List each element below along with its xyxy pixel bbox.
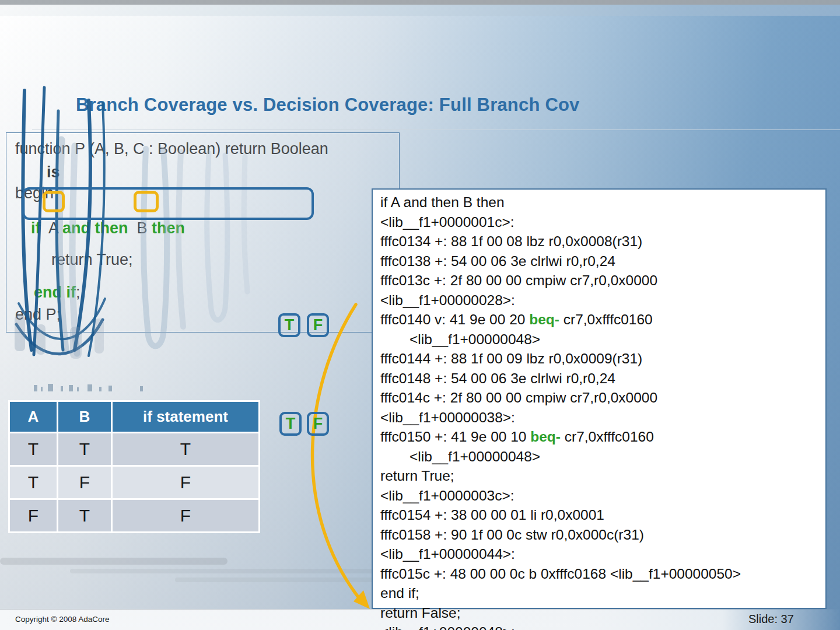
badge-true: T (279, 412, 302, 436)
code-text: function P (A, B, C : Boolean) return Bo… (15, 140, 328, 158)
assembly-line: <lib__f1+00000028>: (380, 290, 824, 310)
table-cell: T (10, 467, 57, 498)
slide-title: Branch Coverage vs. Decision Coverage: F… (76, 94, 718, 116)
table-cell: T (58, 433, 111, 465)
code-text: <lib__f1+00000038>: (380, 410, 515, 425)
source-code-line: function P (A, B, C : Boolean) return Bo… (15, 140, 328, 158)
assembly-line: fffc0144 +: 88 1f 00 09 lbz r0,0x0009(r3… (380, 349, 824, 369)
keyword-text: if (31, 219, 41, 237)
assembly-panel: if A and then B then<lib__f1+0000001c>:f… (372, 188, 827, 609)
code-text: fffc013c +: 2f 80 00 00 cmpiw cr7,r0,0x0… (380, 272, 657, 288)
code-text: end P; (15, 306, 61, 323)
code-text: fffc014c +: 2f 80 00 00 cmpiw cr7,r0,0x0… (380, 390, 657, 405)
assembly-line: fffc0154 +: 38 00 00 01 li r0,0x0001 (380, 505, 824, 525)
code-text: fffc0138 +: 54 00 06 3e clrlwi r0,r0,24 (380, 253, 615, 269)
source-code-line: end if; (34, 284, 80, 302)
badge-false: F (307, 412, 329, 436)
code-text: <lib__f1+00000048> (410, 331, 540, 347)
assembly-line: fffc0158 +: 90 1f 00 0c stw r0,0x000c(r3… (380, 525, 824, 545)
assembly-line: fffc0134 +: 88 1f 00 08 lbz r0,0x0008(r3… (380, 232, 824, 251)
code-text: <lib__f1+0000003c>: (380, 488, 514, 503)
code-text: return False; (380, 605, 461, 621)
source-code-line: if A and then B then (31, 219, 185, 237)
badge-true: T (278, 313, 300, 337)
background-streak (0, 558, 228, 565)
title-divider-line (32, 130, 840, 130)
code-text: fffc0150 +: 41 9e 00 10 (380, 429, 530, 444)
badge-false: F (307, 313, 329, 337)
condition-a-highlight-box (43, 191, 65, 212)
code-text: return True; (51, 251, 133, 268)
code-text: <lib__f1+0000001c>: (380, 214, 514, 230)
code-text: ; (76, 284, 80, 301)
assembly-line: fffc013c +: 2f 80 00 00 cmpiw cr7,r0,0x0… (380, 271, 824, 290)
table-cell: T (113, 433, 258, 465)
keyword-text: beq- (529, 312, 559, 327)
decision-highlight-outline (22, 187, 314, 220)
keyword-text: then (152, 219, 185, 237)
copyright-text: Copyright © 2008 AdaCore (15, 615, 110, 624)
table-header-cell: if statement (113, 402, 258, 432)
condition-b-highlight-box (134, 191, 159, 212)
code-text: <lib__f1+00000048>: (380, 624, 515, 630)
top-edge-strip (0, 0, 840, 5)
table-cell: F (10, 500, 57, 531)
source-code-line: is (47, 163, 60, 181)
assembly-line: <lib__f1+0000003c>: (380, 486, 824, 506)
table-header-cell: A (10, 402, 57, 432)
keyword-text: beq- (530, 429, 561, 444)
keyword-text: end if (34, 284, 76, 301)
code-text: B (128, 219, 152, 237)
code-text: end if; (380, 585, 419, 601)
code-text: fffc0148 +: 54 00 06 3e clrlwi r0,r0,24 (380, 370, 615, 386)
assembly-listing: if A and then B then<lib__f1+0000001c>:f… (380, 192, 824, 630)
source-code-line: return True; (51, 251, 133, 269)
keyword-text: and then (62, 219, 128, 237)
top-gradient-band (0, 5, 840, 16)
assembly-line: fffc015c +: 48 00 00 0c b 0xfffc0168 <li… (380, 564, 824, 584)
table-header-cell: B (58, 402, 111, 432)
code-text: fffc0134 +: 88 1f 00 08 lbz r0,0x0008(r3… (380, 233, 642, 249)
code-text: fffc0144 +: 88 1f 00 09 lbz r0,0x0009(r3… (380, 351, 642, 366)
code-text: A (41, 219, 63, 237)
code-text: fffc0154 +: 38 00 00 01 li r0,0x0001 (380, 507, 604, 523)
assembly-line: fffc014c +: 2f 80 00 00 cmpiw cr7,r0,0x0… (380, 388, 824, 408)
assembly-line: return True; (380, 466, 824, 486)
code-text: fffc0140 v: 41 9e 00 20 (380, 312, 529, 327)
assembly-line: end if; (380, 583, 824, 603)
code-text: <lib__f1+00000028>: (380, 292, 515, 308)
source-code-line: end P; (15, 306, 61, 324)
code-text: if A and then B then (380, 194, 505, 210)
assembly-line: <lib__f1+00000048> (410, 330, 824, 349)
code-text: fffc015c +: 48 00 00 0c b 0xfffc0168 <li… (380, 566, 741, 582)
code-text: fffc0158 +: 90 1f 00 0c stw r0,0x000c(r3… (380, 527, 644, 542)
table-cell: F (58, 467, 111, 498)
code-text: cr7,0xfffc0160 (559, 312, 653, 327)
assembly-line: fffc0140 v: 41 9e 00 20 beq- cr7,0xfffc0… (380, 310, 824, 330)
assembly-line: fffc0150 +: 41 9e 00 10 beq- cr7,0xfffc0… (380, 427, 824, 447)
background-streak (70, 569, 408, 573)
table-cell: F (113, 500, 258, 531)
table-cell: T (10, 433, 57, 465)
assembly-line: <lib__f1+00000038>: (380, 408, 824, 428)
assembly-line: <lib__f1+0000001c>: (380, 212, 824, 232)
assembly-line: if A and then B then (380, 192, 824, 212)
table-cell: T (58, 500, 111, 531)
truth-table: ABif statementTTTTFFFTF (8, 400, 260, 533)
assembly-line: fffc0138 +: 54 00 06 3e clrlwi r0,r0,24 (380, 251, 824, 271)
slide-number: Slide: 37 (748, 612, 794, 626)
code-text: return True; (380, 468, 454, 484)
assembly-line: fffc0148 +: 54 00 06 3e clrlwi r0,r0,24 (380, 369, 824, 388)
code-text: cr7,0xfffc0160 (561, 429, 654, 444)
table-cell: F (113, 467, 258, 498)
code-text: <lib__f1+00000048> (410, 449, 540, 464)
code-text: <lib__f1+00000044>: (380, 546, 515, 562)
assembly-line: <lib__f1+00000044>: (380, 544, 824, 564)
assembly-line: <lib__f1+00000048> (410, 447, 824, 467)
code-text: is (47, 163, 60, 181)
